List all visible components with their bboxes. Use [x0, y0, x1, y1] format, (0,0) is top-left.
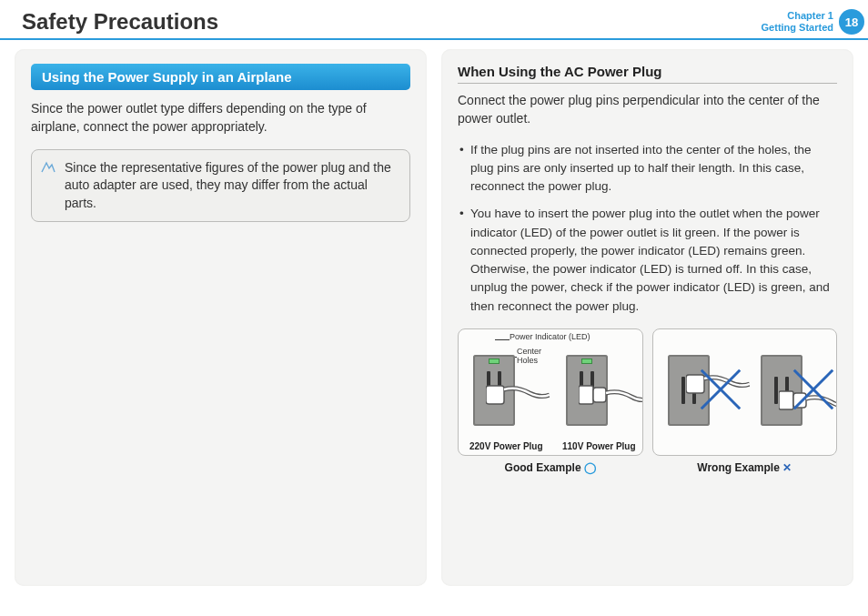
wrong-example-wrap: Wrong Example ✕: [652, 328, 838, 474]
wrong-caption-text: Wrong Example: [697, 461, 779, 474]
section-banner-airplane: Using the Power Supply in an Airplane: [31, 64, 410, 90]
figure-row: Power Indicator (LED) Center Holes: [458, 328, 837, 474]
plug-wrong-2-icon: [779, 382, 838, 419]
led-icon: [489, 358, 500, 364]
svg-rect-4: [593, 388, 606, 402]
ac-plug-lead: Connect the power plug pins perpendicula…: [458, 91, 837, 128]
plug-220v-icon: [486, 377, 550, 413]
svg-rect-0: [486, 386, 504, 404]
note-text: Since the representative figures of the …: [65, 160, 391, 210]
note-icon: [41, 161, 56, 179]
good-caption-text: Good Example: [505, 461, 581, 474]
chapter-line2: Getting Started: [762, 22, 833, 34]
bullet-item: If the plug pins are not inserted into t…: [458, 141, 837, 197]
wrong-mark-icon: ✕: [782, 461, 792, 474]
wrong-example-figure: [652, 328, 838, 456]
leader-line: [495, 339, 510, 340]
bullet-item: You have to insert the power plug into t…: [458, 205, 837, 316]
led-icon: [581, 358, 592, 364]
page-title: Safety Precautions: [22, 9, 218, 35]
svg-rect-11: [793, 393, 806, 408]
svg-rect-7: [686, 375, 704, 393]
annot-holes: Holes: [517, 357, 538, 366]
good-example-figure: Power Indicator (LED) Center Holes: [458, 328, 643, 456]
right-column: When Using the AC Power Plug Connect the…: [441, 49, 853, 586]
note-box: Since the representative figures of the …: [31, 149, 410, 223]
good-example-caption: Good Example ◯: [458, 461, 643, 474]
content-columns: Using the Power Supply in an Airplane Si…: [0, 49, 868, 586]
plug-110v-icon: [579, 377, 643, 413]
label-220v: 220V Power Plug: [469, 441, 543, 451]
left-column: Using the Power Supply in an Airplane Si…: [15, 49, 427, 586]
plug-wrong-1-icon: [686, 366, 750, 402]
chapter-text: Chapter 1 Getting Started: [762, 10, 833, 34]
airplane-lead-text: Since the power outlet type differs depe…: [31, 99, 410, 136]
good-example-wrap: Power Indicator (LED) Center Holes: [458, 328, 643, 474]
chapter-line1: Chapter 1: [762, 10, 833, 22]
ac-plug-subhead: When Using the AC Power Plug: [458, 64, 837, 84]
good-mark-icon: ◯: [584, 461, 596, 474]
label-110v: 110V Power Plug: [562, 441, 636, 451]
annot-led: Power Indicator (LED): [510, 333, 590, 342]
ac-plug-bullets: If the plug pins are not inserted into t…: [458, 141, 837, 316]
wrong-example-caption: Wrong Example ✕: [652, 461, 838, 474]
page-number-badge: 18: [839, 9, 864, 35]
svg-rect-3: [579, 386, 593, 404]
chapter-info: Chapter 1 Getting Started 18: [762, 9, 868, 35]
page-header: Safety Precautions Chapter 1 Getting Sta…: [0, 0, 868, 40]
svg-rect-10: [779, 391, 793, 409]
